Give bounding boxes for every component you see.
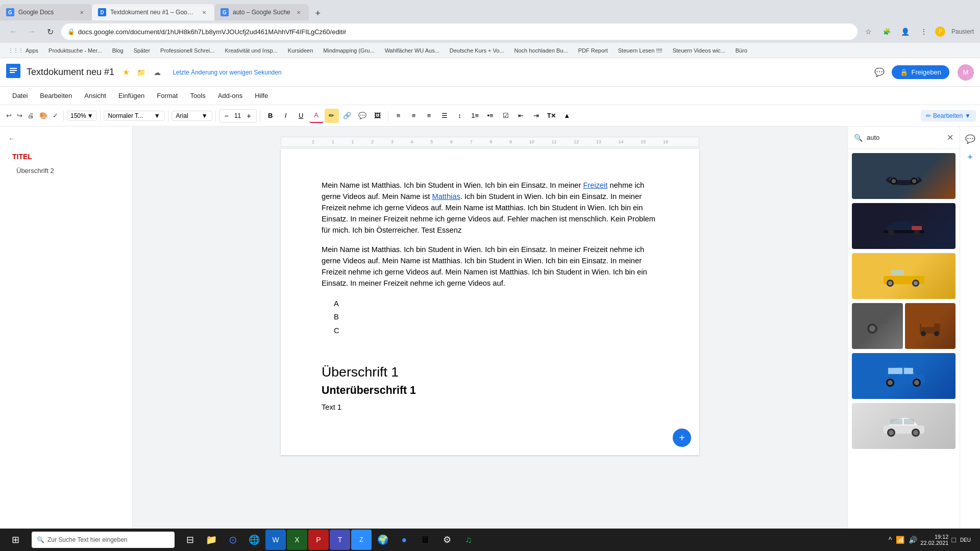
align-left-button[interactable]: ≡ [391, 109, 406, 123]
comment-inline-button[interactable]: 💬 [355, 109, 370, 123]
refresh-button[interactable]: ↻ [43, 24, 57, 39]
url-bar[interactable]: 🔒 docs.google.com/document/d/1hUH8k6h7Lb… [61, 23, 857, 40]
tab-google-docs[interactable]: G Google Docs ✕ [0, 4, 92, 20]
taskbar-spotify-icon[interactable]: ♫ [458, 530, 479, 550]
taskbar-github-icon[interactable]: ⚙ [437, 530, 457, 550]
tab-google-search[interactable]: G auto – Google Suche ✕ [214, 4, 309, 20]
outline-item-h2[interactable]: Überschrift 2 [8, 165, 124, 177]
undo-button[interactable]: ↩ [4, 109, 14, 123]
checklist-button[interactable]: ☑ [499, 109, 513, 123]
browser-extensions-icon[interactable]: 🧩 [880, 24, 894, 39]
bookmark-9[interactable]: PDF Report [574, 46, 612, 55]
user-avatar[interactable]: M [958, 64, 974, 81]
bookmark-7[interactable]: Deutsche Kurs + Vo... [446, 46, 508, 55]
bold-button[interactable]: B [263, 109, 278, 123]
taskbar-teams-icon[interactable]: T [330, 530, 350, 550]
taskbar-taskview[interactable]: ⊟ [180, 530, 200, 550]
taskbar-excel-icon[interactable]: X [287, 530, 307, 550]
bookmark-3[interactable]: Kreativität und Insp... [220, 46, 281, 55]
tab-close-3[interactable]: ✕ [295, 8, 303, 16]
right-comment-icon[interactable]: 💬 [962, 131, 978, 147]
menu-format[interactable]: Format [151, 90, 184, 102]
taskbar-browser2-icon[interactable]: 🌍 [373, 530, 393, 550]
tab-close-2[interactable]: ✕ [200, 8, 208, 16]
share-button[interactable]: 🔒 Freigeben [892, 65, 949, 79]
font-selector[interactable]: Arial ▼ [172, 111, 212, 121]
bookmark-6[interactable]: Wahlfächer WU Aus... [381, 46, 444, 55]
bookmark-1[interactable]: Produktsuche - Mer... [44, 46, 106, 55]
bookmark-4[interactable]: Kursideen [284, 46, 317, 55]
align-right-button[interactable]: ≡ [422, 109, 436, 123]
highlight-button[interactable]: ✏ [325, 109, 339, 123]
image-button[interactable]: 🖼 [371, 109, 385, 123]
search-result-img-2[interactable] [852, 203, 955, 249]
back-button[interactable]: ← [6, 24, 20, 39]
taskbar-explorer[interactable]: 📁 [201, 530, 222, 550]
bookmark-buero[interactable]: Büro [731, 46, 751, 55]
comment-button[interactable]: 💬 [871, 64, 888, 81]
freizeit-link[interactable]: Freizeit [583, 181, 607, 189]
taskbar-search-box[interactable]: 🔍 Zur Suche Text hier eingeben [32, 532, 175, 548]
menu-ansicht[interactable]: Ansicht [78, 90, 112, 102]
tab-docs-doc[interactable]: D Textdokument neu #1 – Google ... ✕ [92, 4, 214, 20]
bullet-list-button[interactable]: •≡ [483, 109, 498, 123]
taskbar-edge-icon[interactable]: 🌐 [244, 530, 264, 550]
print-button[interactable]: 🖨 [26, 109, 36, 123]
matthias-link[interactable]: Matthias [432, 192, 460, 201]
hide-toolbar-button[interactable]: ▲ [560, 109, 574, 123]
forward-button[interactable]: → [24, 24, 39, 39]
zoom-selector[interactable]: 150% ▼ [67, 111, 97, 121]
profile-icon[interactable]: 👤 [898, 24, 913, 39]
tray-up-icon[interactable]: ^ [888, 536, 893, 544]
right-add-icon[interactable]: + [962, 149, 978, 165]
menu-bearbeiten[interactable]: Bearbeiten [34, 90, 78, 102]
taskbar-datetime[interactable]: 19:12 22.02.2021 [920, 534, 948, 546]
menu-hilfe[interactable]: Hilfe [249, 90, 274, 102]
doc-share-cloud-icon[interactable]: ☁ [150, 65, 164, 80]
doc-star-icon[interactable]: ★ [122, 67, 130, 77]
taskbar-powerpoint-icon[interactable]: P [308, 530, 329, 550]
bookmark-star-icon[interactable]: ☆ [862, 24, 876, 39]
paint-format-button[interactable]: 🎨 [37, 109, 50, 123]
panel-close-button[interactable]: ✕ [947, 133, 953, 142]
redo-button[interactable]: ↪ [15, 109, 24, 123]
search-result-img-6[interactable] [852, 403, 955, 449]
bookmark-apps[interactable]: ⋮⋮⋮Apps [4, 46, 42, 55]
menu-addons[interactable]: Add-ons [212, 90, 249, 102]
search-result-img-3[interactable] [852, 253, 955, 299]
taskbar-word-icon[interactable]: W [265, 530, 286, 550]
search-result-img-1[interactable] [852, 153, 955, 199]
italic-button[interactable]: I [279, 109, 293, 123]
increase-indent-button[interactable]: ⇥ [529, 109, 544, 123]
bookmark-2[interactable]: Professionell Schrei... [156, 46, 218, 55]
menu-einfuegen[interactable]: Einfügen [112, 90, 151, 102]
menu-datei[interactable]: Datei [6, 90, 34, 102]
bookmark-5[interactable]: Mindmapping (Gru... [319, 46, 378, 55]
outline-item-titel[interactable]: TITEL [8, 151, 124, 163]
bookmark-blog[interactable]: Blog [108, 46, 128, 55]
add-image-floating-button[interactable]: + [673, 429, 691, 447]
text-color-button[interactable]: A [309, 109, 324, 123]
bookmark-11[interactable]: Steuern Videos wic... [669, 46, 729, 55]
search-result-img-5[interactable] [852, 353, 955, 399]
last-edit-link[interactable]: Letzte Änderung vor wenigen Sekunden [173, 69, 282, 76]
decrease-indent-button[interactable]: ⇤ [514, 109, 528, 123]
search-result-img-4a[interactable] [852, 303, 903, 349]
search-result-img-4b[interactable] [905, 303, 956, 349]
start-button[interactable]: ⊞ [4, 529, 27, 551]
tray-network-icon[interactable]: 📶 [895, 536, 905, 544]
spell-check-button[interactable]: ✓ [51, 109, 60, 123]
tab-close-1[interactable]: ✕ [78, 8, 86, 16]
taskbar-calc-icon[interactable]: 🖩 [415, 530, 436, 550]
browser-menu-icon[interactable]: ⋮ [917, 24, 931, 39]
tray-sound-icon[interactable]: 🔊 [908, 536, 918, 544]
menu-tools[interactable]: Tools [184, 90, 211, 102]
new-tab-button[interactable]: + [311, 6, 325, 20]
font-size-increase-button[interactable]: + [244, 111, 254, 121]
clear-format-button[interactable]: T✕ [545, 109, 559, 123]
taskbar-chrome2-icon[interactable]: ● [394, 530, 414, 550]
taskbar-chrome-icon[interactable]: ⊙ [223, 530, 243, 550]
bookmark-10[interactable]: Steuern Lesen !!!! [614, 46, 667, 55]
align-center-button[interactable]: ≡ [407, 109, 421, 123]
align-justify-button[interactable]: ☰ [437, 109, 452, 123]
